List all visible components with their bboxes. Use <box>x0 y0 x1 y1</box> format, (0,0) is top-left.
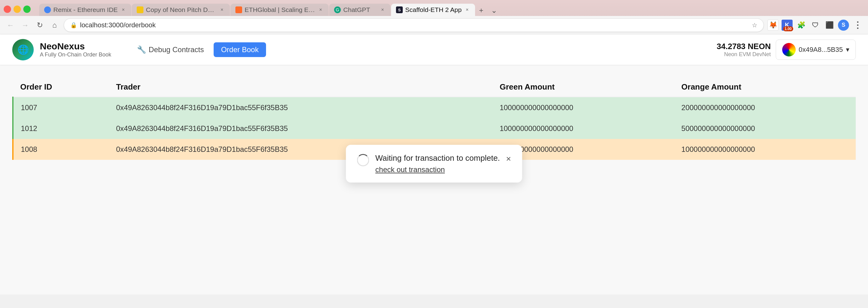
table-header: Order ID Trader Green Amount Orange Amou… <box>13 77 856 97</box>
main-content: Waiting for transaction to complete. che… <box>0 65 868 160</box>
order-id-1012: 1012 <box>13 118 109 139</box>
transaction-toast: Waiting for transaction to complete. che… <box>346 145 522 183</box>
reload-button[interactable]: ↻ <box>34 20 45 31</box>
check-transaction-link[interactable]: check out transaction <box>375 165 445 174</box>
minimize-window-button[interactable] <box>13 5 21 13</box>
app-navbar: 🌐 NeoNexus A Fully On-Chain Order Book 🔧… <box>0 34 868 65</box>
tab-chatgpt-label: ChatGPT <box>343 6 377 13</box>
bookmark-icon[interactable]: ☆ <box>752 22 757 29</box>
tab-list-button[interactable]: ⌄ <box>489 5 500 16</box>
wallet-dropdown-icon: ▾ <box>846 46 849 54</box>
app-logo: 🌐 <box>12 39 34 60</box>
extensions-icon[interactable]: 🧩 <box>796 20 807 31</box>
new-tab-button[interactable]: + <box>476 5 487 16</box>
close-window-button[interactable] <box>4 5 11 13</box>
shield-icon[interactable]: 🛡 <box>810 20 821 31</box>
green-amount-1007: 100000000000000000 <box>492 97 674 118</box>
trader-1012: 0x49A8263044b8f24F316D19a79D1bac55F6f35B… <box>109 118 492 139</box>
tab-scaffold-label: Scaffold-ETH 2 App <box>405 6 462 13</box>
table-row: 1007 0x49A8263044b8f24F316D19a79D1bac55F… <box>13 97 856 118</box>
orange-amount-1012: 500000000000000000 <box>674 118 856 139</box>
nav-debug-label: Debug Contracts <box>149 46 204 54</box>
nav-debug-contracts[interactable]: 🔧 Debug Contracts <box>130 42 211 57</box>
wallet-avatar <box>782 43 796 56</box>
debug-icon: 🔧 <box>137 46 146 54</box>
trader-1007: 0x49A8263044b8f24F316D19a79D1bac55F6f35B… <box>109 97 492 118</box>
tab-chatgpt-close[interactable]: × <box>379 7 385 13</box>
toast-message: Waiting for transaction to complete. <box>375 153 500 163</box>
loading-spinner <box>357 154 369 166</box>
app-tagline: A Fully On-Chain Order Book <box>40 52 111 58</box>
table-row: 1012 0x49A8263044b8f24F316D19a79D1bac55F… <box>13 118 856 139</box>
balance-amount: 34.2783 NEON <box>717 42 771 51</box>
tab-neon-close[interactable]: × <box>219 7 225 13</box>
tab-ethglobal[interactable]: ETHGlobal | Scaling Ethereu... × <box>230 4 329 16</box>
toast-content: Waiting for transaction to complete. che… <box>375 153 500 174</box>
green-amount-1012: 100000000000000000 <box>492 118 674 139</box>
tab-chatgpt[interactable]: G ChatGPT × <box>329 4 391 16</box>
forward-button[interactable]: → <box>20 20 31 31</box>
tab-ethglobal-label: ETHGlobal | Scaling Ethereu... <box>245 6 315 13</box>
wallet-address: 0x49A8...5B35 <box>799 46 843 54</box>
tab-remix-close[interactable]: × <box>120 7 126 13</box>
app-name: NeoNexus <box>40 41 111 52</box>
sidebar-toggle-icon[interactable]: ⬛ <box>824 20 835 31</box>
tab-ethglobal-close[interactable]: × <box>317 7 324 13</box>
wallet-section: 34.2783 NEON Neon EVM DevNet 0x49A8...5B… <box>717 39 856 60</box>
lock-icon: 🔒 <box>70 22 77 29</box>
maximize-window-button[interactable] <box>23 5 31 13</box>
tab-remix-label: Remix - Ethereum IDE <box>53 6 118 13</box>
col-header-order-id: Order ID <box>13 77 109 97</box>
toast-close-button[interactable]: × <box>506 154 511 164</box>
app-logo-section: 🌐 NeoNexus A Fully On-Chain Order Book <box>12 39 111 60</box>
home-button[interactable]: ⌂ <box>49 20 60 31</box>
metamask-extension-icon[interactable]: 🦊 <box>768 20 778 31</box>
nav-links: 🔧 Debug Contracts Order Book <box>130 42 717 57</box>
balance-network: Neon EVM DevNet <box>717 51 771 58</box>
url-text: localhost:3000/orderbook <box>80 21 749 29</box>
tab-scaffold-close[interactable]: × <box>464 7 470 13</box>
karma-extension-container: K 1.00 <box>781 20 793 31</box>
app-logo-text: NeoNexus A Fully On-Chain Order Book <box>40 41 111 58</box>
tab-scaffold[interactable]: S Scaffold-ETH 2 App × <box>391 4 475 16</box>
back-button[interactable]: ← <box>5 20 16 31</box>
order-id-1007: 1007 <box>13 97 109 118</box>
address-bar-row: ← → ↻ ⌂ 🔒 localhost:3000/orderbook ☆ 🦊 K… <box>0 16 868 34</box>
order-id-1008: 1008 <box>13 139 109 160</box>
nav-orderbook[interactable]: Order Book <box>214 42 266 57</box>
col-header-green-amount: Green Amount <box>492 77 674 97</box>
toast-overlay: Waiting for transaction to complete. che… <box>346 145 522 183</box>
col-header-trader: Trader <box>109 77 492 97</box>
address-bar[interactable]: 🔒 localhost:3000/orderbook ☆ <box>64 19 764 32</box>
col-header-orange-amount: Orange Amount <box>674 77 856 97</box>
tab-remix[interactable]: Remix - Ethereum IDE × <box>39 4 131 16</box>
wallet-button[interactable]: 0x49A8...5B35 ▾ <box>776 39 856 60</box>
logo-icon: 🌐 <box>18 44 29 55</box>
profile-icon[interactable]: S <box>838 20 849 31</box>
orange-amount-1008: 100000000000000000 <box>674 139 856 160</box>
neon-balance: 34.2783 NEON Neon EVM DevNet <box>717 42 771 58</box>
nav-orderbook-label: Order Book <box>221 46 259 54</box>
tab-neon[interactable]: Copy of Neon Pitch Deck by × <box>132 4 230 16</box>
tab-neon-label: Copy of Neon Pitch Deck by <box>146 6 216 13</box>
browser-menu-icon[interactable]: ⋮ <box>852 20 863 31</box>
karma-badge: 1.00 <box>783 26 793 31</box>
orange-amount-1007: 200000000000000000 <box>674 97 856 118</box>
